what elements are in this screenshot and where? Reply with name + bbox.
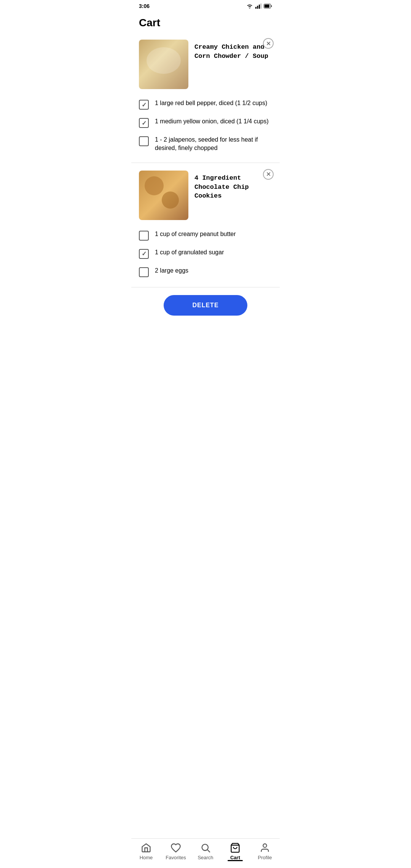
svg-rect-0	[255, 7, 256, 9]
nav-cart[interactable]: Cart	[224, 842, 247, 860]
delete-button[interactable]: DELETE	[164, 295, 247, 316]
ingredient-checkbox-1-2[interactable]	[139, 118, 149, 128]
ingredient-checkbox-2-3[interactable]	[139, 267, 149, 277]
recipe-card-2: 4 Ingredient Chocolate Chip Cookies ✕	[131, 164, 280, 226]
nav-home-label: Home	[140, 855, 153, 860]
ingredient-text-2-2: 1 cup of granulated sugar	[155, 248, 224, 257]
ingredient-2-1: 1 cup of creamy peanut butter	[131, 226, 280, 244]
svg-line-7	[207, 850, 210, 852]
recipe-title-2: 4 Ingredient Chocolate Chip Cookies	[194, 171, 272, 201]
ingredient-checkbox-2-1[interactable]	[139, 231, 149, 241]
favorites-icon	[170, 842, 181, 853]
ingredient-1-1: 1 large red bell pepper, diced (1 1/2 cu…	[131, 95, 280, 113]
remove-recipe-2-button[interactable]: ✕	[263, 169, 274, 180]
ingredient-checkbox-1-3[interactable]	[139, 136, 149, 146]
nav-favorites[interactable]: Favorites	[164, 842, 187, 860]
bottom-nav: Home Favorites Search Cart Profile	[131, 838, 280, 868]
ingredient-text-1-1: 1 large red bell pepper, diced (1 1/2 cu…	[155, 99, 267, 107]
ingredient-checkbox-2-2[interactable]	[139, 249, 149, 259]
nav-profile[interactable]: Profile	[253, 842, 276, 860]
status-bar: 3:06	[131, 0, 280, 11]
nav-search[interactable]: Search	[194, 842, 217, 860]
remove-recipe-1-button[interactable]: ✕	[263, 38, 274, 49]
recipe-card-1: Creamy Chicken and Corn Chowder / Soup ✕	[131, 34, 280, 95]
svg-point-6	[202, 844, 208, 850]
signal-icon	[255, 3, 261, 9]
nav-active-bar	[228, 860, 243, 861]
ingredient-text-2-1: 1 cup of creamy peanut butter	[155, 230, 236, 238]
ingredient-checkbox-1-1[interactable]	[139, 100, 149, 110]
wifi-icon	[246, 3, 253, 9]
battery-icon	[264, 4, 272, 8]
ingredient-text-1-2: 1 medium yellow onion, diced (1 1/4 cups…	[155, 117, 269, 126]
ingredient-2-2: 1 cup of granulated sugar	[131, 244, 280, 263]
ingredient-2-3: 2 large eggs	[131, 263, 280, 281]
search-icon	[200, 842, 211, 853]
svg-rect-1	[257, 6, 258, 9]
nav-favorites-label: Favorites	[166, 855, 186, 860]
recipe-image-1	[139, 40, 188, 89]
nav-home[interactable]: Home	[135, 842, 158, 860]
recipe-image-2	[139, 171, 188, 220]
svg-rect-2	[259, 5, 260, 9]
cart-icon	[230, 842, 241, 853]
ingredient-1-2: 1 medium yellow onion, diced (1 1/4 cups…	[131, 113, 280, 132]
nav-profile-label: Profile	[258, 855, 272, 860]
svg-rect-3	[261, 3, 262, 9]
ingredient-1-3: 1 - 2 jalapenos, seeded for less heat if…	[131, 132, 280, 156]
recipe-title-1: Creamy Chicken and Corn Chowder / Soup	[194, 40, 272, 61]
ingredient-text-2-3: 2 large eggs	[155, 266, 188, 275]
cart-section-1: Creamy Chicken and Corn Chowder / Soup ✕…	[131, 34, 280, 163]
svg-point-9	[263, 844, 266, 847]
status-icons	[246, 3, 272, 9]
time-display: 3:06	[139, 3, 150, 9]
ingredient-text-1-3: 1 - 2 jalapenos, seeded for less heat if…	[155, 136, 272, 153]
page-title: Cart	[131, 11, 280, 34]
nav-search-label: Search	[198, 855, 213, 860]
svg-rect-5	[264, 5, 269, 8]
profile-icon	[260, 842, 270, 853]
home-icon	[141, 842, 151, 853]
main-content: Creamy Chicken and Corn Chowder / Soup ✕…	[131, 34, 280, 356]
cart-section-2: 4 Ingredient Chocolate Chip Cookies ✕ 1 …	[131, 164, 280, 287]
nav-cart-label: Cart	[230, 855, 240, 860]
